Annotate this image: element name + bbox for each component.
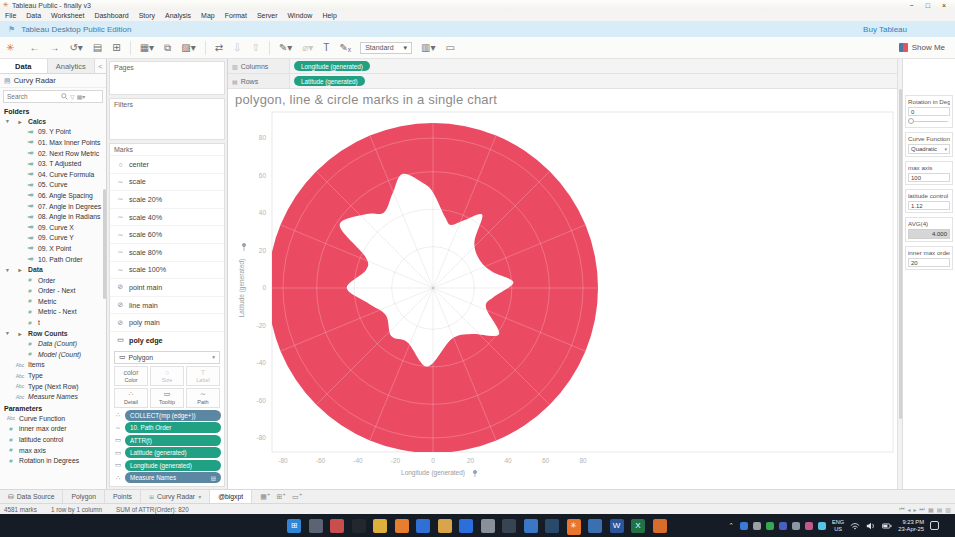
- collapse-pane-button[interactable]: <: [95, 59, 106, 73]
- taskbar-app-icon[interactable]: ⊞: [287, 519, 301, 533]
- menu-item[interactable]: Data: [21, 12, 46, 19]
- tree-item[interactable]: Type: [0, 370, 106, 381]
- taskbar-app-icon[interactable]: [438, 519, 452, 533]
- prev-page-icon[interactable]: ◂: [908, 506, 911, 513]
- parameter-card-control[interactable]: 20: [908, 258, 950, 267]
- wifi-icon[interactable]: [850, 522, 860, 530]
- data-pane-scrollbar[interactable]: [103, 189, 106, 299]
- columns-pill[interactable]: Longitude (generated): [294, 61, 370, 72]
- mark-layer[interactable]: ▭ poly edge: [110, 331, 224, 349]
- menu-item[interactable]: Story: [134, 12, 160, 19]
- taskbar-app-icon[interactable]: [330, 519, 344, 533]
- filter-pill[interactable]: Measure Names ▤: [114, 111, 220, 122]
- mark-layer[interactable]: ⊘ line main: [110, 296, 224, 314]
- taskbar-app-icon[interactable]: [524, 519, 538, 533]
- close-button[interactable]: ×: [942, 2, 946, 9]
- radar-chart[interactable]: 806040200-20-40-60-80-80-60-40-200204060…: [228, 111, 897, 489]
- first-page-icon[interactable]: ⏮: [899, 506, 904, 513]
- tray-app-icon[interactable]: [792, 522, 800, 530]
- new-worksheet-button[interactable]: ▦⁺: [260, 493, 270, 501]
- parameter-input[interactable]: 20: [908, 258, 950, 267]
- new-dashboard-button[interactable]: ⊞⁺: [277, 493, 287, 501]
- swap-axes-button[interactable]: ⇄: [210, 42, 228, 53]
- search-input[interactable]: [7, 93, 59, 100]
- tree-item[interactable]: Items: [0, 360, 106, 371]
- tree-item[interactable]: 01. Max Inner Points: [0, 137, 106, 148]
- taskbar-app-icon[interactable]: ✳: [567, 519, 581, 533]
- tray-app-icon[interactable]: [779, 522, 787, 530]
- tray-app-icon[interactable]: [818, 522, 826, 530]
- menu-item[interactable]: Dashboard: [89, 12, 133, 19]
- mark-type-dropdown[interactable]: ▭ Polygon ▾: [114, 351, 220, 364]
- worksheet-tab[interactable]: ⊞ @bigxpt ▾: [210, 490, 252, 503]
- mark-layer[interactable]: ∼ scale 100%: [110, 261, 224, 279]
- taskbar-app-icon[interactable]: [502, 519, 516, 533]
- taskbar-app-icon[interactable]: [373, 519, 387, 533]
- tray-app-icon[interactable]: [805, 522, 813, 530]
- taskbar-app-icon[interactable]: [459, 519, 473, 533]
- duplicate-button[interactable]: ⧉: [159, 42, 176, 54]
- worksheet-tab[interactable]: ⊞ Points ▾: [105, 490, 141, 503]
- menu-item[interactable]: Window: [283, 12, 318, 19]
- parameter-item[interactable]: Rotation in Degrees: [0, 455, 106, 466]
- mark-layer[interactable]: ⊘ point main: [110, 278, 224, 296]
- tray-app-icon[interactable]: [753, 522, 761, 530]
- parameter-item[interactable]: inner max order: [0, 424, 106, 435]
- tree-item[interactable]: t: [0, 317, 106, 328]
- mark-property-button[interactable]: T Label: [186, 366, 220, 386]
- menu-item[interactable]: Map: [196, 12, 220, 19]
- taskbar-app-icon[interactable]: [481, 519, 495, 533]
- tree-item[interactable]: Data (Count): [0, 338, 106, 349]
- last-page-icon[interactable]: ⏭: [920, 506, 925, 513]
- sort-ascending-button[interactable]: ⇩: [228, 42, 246, 53]
- filter-funnel-icon[interactable]: ▽: [70, 93, 75, 100]
- view-grid-icon[interactable]: ▥: [945, 506, 951, 513]
- mark-pill[interactable]: 10. Path Order ▤: [125, 422, 221, 433]
- parameter-input[interactable]: 0: [908, 107, 950, 116]
- parameter-item[interactable]: Curve Function: [0, 413, 106, 424]
- battery-icon[interactable]: [882, 522, 892, 530]
- tray-app-icon[interactable]: [740, 522, 748, 530]
- mark-pill[interactable]: ATTR(t) ▤: [125, 435, 221, 446]
- sort-descending-button[interactable]: ⇧: [247, 42, 265, 53]
- tray-app-icon[interactable]: [766, 522, 774, 530]
- mark-layer[interactable]: ∼ scale 60%: [110, 225, 224, 243]
- mark-property-button[interactable]: ▭ Tooltip: [150, 388, 184, 408]
- mark-property-button[interactable]: ∼ Path: [186, 388, 220, 408]
- tree-item[interactable]: Model (Count): [0, 349, 106, 360]
- next-page-icon[interactable]: ▸: [914, 506, 917, 513]
- parameter-input[interactable]: 100: [908, 173, 950, 182]
- tree-item[interactable]: 09. X Point: [0, 243, 106, 254]
- clear-sheet-button[interactable]: ▨▾: [176, 42, 200, 53]
- taskbar-app-icon[interactable]: [545, 519, 559, 533]
- mark-layer[interactable]: ∼ scale: [110, 173, 224, 191]
- undo-button[interactable]: ↺▾: [64, 42, 87, 53]
- mark-pill[interactable]: COLLECT(mp (edge+)) ▤: [125, 410, 221, 421]
- tree-item[interactable]: ▾ Calcs: [0, 116, 106, 127]
- tree-item[interactable]: Order: [0, 275, 106, 286]
- mark-layer[interactable]: ∼ scale 40%: [110, 208, 224, 226]
- chart-scrollbar[interactable]: [897, 59, 902, 489]
- mark-layer[interactable]: ∼ scale 20%: [110, 190, 224, 208]
- tree-item[interactable]: 09. Curve X: [0, 222, 106, 233]
- parameter-input[interactable]: 1.12: [908, 201, 950, 210]
- worksheet-tab[interactable]: ⊞ Curvy Radar ▾: [141, 490, 210, 503]
- tree-item[interactable]: ▾ Data: [0, 264, 106, 275]
- data-source-tab[interactable]: ⛁ Data Source: [0, 490, 63, 503]
- taskbar-app-icon[interactable]: [352, 519, 366, 533]
- taskbar-app-icon[interactable]: [588, 519, 602, 533]
- worksheet-tab[interactable]: ⊞ Polygon ▾: [63, 490, 105, 503]
- tree-item[interactable]: Metric - Next: [0, 307, 106, 318]
- tab-analytics[interactable]: Analytics: [48, 59, 96, 73]
- group-button[interactable]: ⌀▾: [297, 42, 318, 53]
- rows-pill[interactable]: Latitude (generated): [294, 76, 365, 87]
- show-labels-button[interactable]: ▥▾: [416, 42, 440, 53]
- view-list-icon[interactable]: ▤: [937, 506, 943, 513]
- tree-item[interactable]: 08. Angle in Radians: [0, 211, 106, 222]
- parameter-card-control[interactable]: 100: [908, 173, 950, 182]
- highlight-button[interactable]: ✎▾: [274, 42, 297, 53]
- tree-item[interactable]: Metric: [0, 296, 106, 307]
- tree-item[interactable]: Measure Names: [0, 391, 106, 402]
- taskbar-app-icon[interactable]: X: [631, 519, 645, 533]
- clear-highlight-button[interactable]: ✎ₓ: [334, 42, 356, 53]
